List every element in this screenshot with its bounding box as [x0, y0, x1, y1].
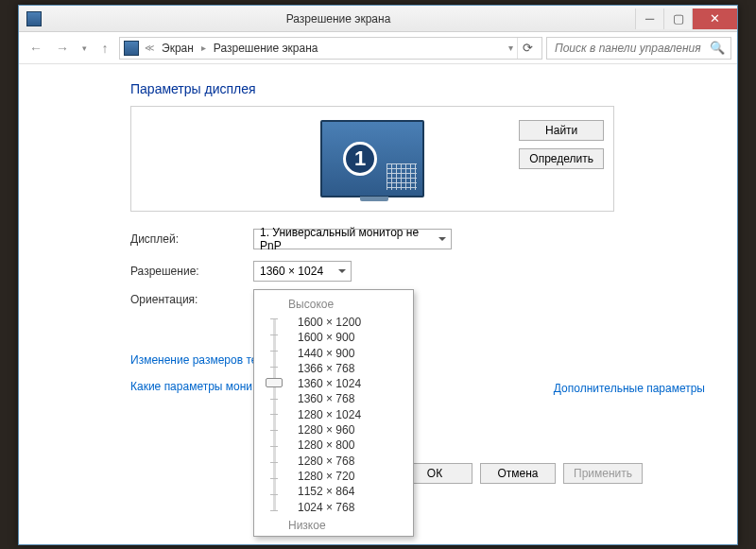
resolution-option[interactable]: 1600 × 900 — [296, 330, 405, 345]
resolution-select-value: 1360 × 1024 — [260, 265, 323, 278]
monitor-number-badge: 1 — [343, 142, 377, 176]
display-select[interactable]: 1. Универсальный монитор не PnP — [253, 229, 452, 249]
resolution-option[interactable]: 1280 × 720 — [296, 469, 405, 484]
window: Разрешение экрана ─ ▢ ✕ ← → ▾ ↑ ≪ Экран … — [18, 5, 738, 545]
resolution-option[interactable]: 1280 × 768 — [296, 454, 405, 469]
resolution-option[interactable]: 1280 × 960 — [296, 422, 405, 437]
advanced-link[interactable]: Дополнительные параметры — [554, 382, 705, 395]
up-button[interactable]: ↑ — [94, 38, 115, 59]
resolution-dropdown: Высокое 1600 × 12001600 × 9001440 × 9001 — [253, 289, 414, 537]
resolution-option[interactable]: 1360 × 768 — [296, 391, 405, 406]
resolution-option[interactable]: 1024 × 768 — [296, 500, 405, 515]
display-label: Дисплей: — [130, 232, 253, 246]
section-title: Параметры дисплея — [130, 81, 737, 96]
monitor-panel: 1 Найти Определить — [130, 106, 614, 212]
resolution-option[interactable]: 1280 × 1024 — [296, 407, 405, 422]
app-icon — [26, 11, 42, 26]
settings-form: Дисплей: 1. Универсальный монитор не PnP… — [130, 229, 737, 306]
cancel-button[interactable]: Отмена — [480, 463, 556, 484]
titlebar: Разрешение экрана ─ ▢ ✕ — [19, 6, 737, 32]
search-box: 🔍 — [546, 37, 731, 60]
breadcrumb[interactable]: ≪ Экран ▸ Разрешение экрана ▾ ⟳ — [119, 37, 542, 60]
breadcrumb-dropdown-icon[interactable]: ▾ — [507, 43, 515, 53]
resolution-slider[interactable] — [262, 315, 286, 515]
resolution-option[interactable]: 1280 × 800 — [296, 437, 405, 453]
history-dropdown-button[interactable]: ▾ — [77, 37, 91, 60]
resolution-option[interactable]: 1440 × 900 — [296, 346, 405, 361]
display-select-value: 1. Универсальный монитор не PnP — [260, 226, 434, 252]
minimize-button[interactable]: ─ — [635, 9, 663, 29]
dropdown-low-label: Низкое — [288, 519, 405, 532]
resolution-option[interactable]: 1152 × 864 — [296, 484, 405, 499]
resolution-option[interactable]: 1366 × 768 — [296, 361, 405, 376]
monitor-preview[interactable]: 1 — [320, 120, 424, 197]
resolution-options: 1600 × 12001600 × 9001440 × 9001366 × 76… — [296, 315, 405, 515]
resize-link[interactable]: Изменение размеров те — [130, 353, 737, 367]
search-icon[interactable]: 🔍 — [710, 41, 725, 55]
back-button[interactable]: ← — [25, 37, 47, 60]
resolution-option[interactable]: 1600 × 1200 — [296, 315, 405, 330]
window-title: Разрешение экрана — [42, 12, 635, 26]
apply-button[interactable]: Применить — [563, 463, 643, 484]
forward-button[interactable]: → — [51, 37, 74, 60]
search-input[interactable] — [553, 41, 710, 56]
resolution-label: Разрешение: — [130, 265, 253, 278]
resolution-select[interactable]: 1360 × 1024 — [253, 261, 352, 282]
orientation-label: Ориентация: — [130, 293, 253, 306]
breadcrumb-chevron-icon: ≪ — [143, 43, 156, 53]
window-controls: ─ ▢ ✕ — [635, 9, 737, 29]
navbar: ← → ▾ ↑ ≪ Экран ▸ Разрешение экрана ▾ ⟳ … — [19, 32, 737, 64]
breadcrumb-chevron-icon: ▸ — [199, 43, 208, 53]
monitor-grid-icon — [387, 163, 417, 190]
dialog-buttons: ОК Отмена Применить — [397, 463, 643, 484]
breadcrumb-item-resolution[interactable]: Разрешение экрана — [210, 40, 322, 57]
maximize-button[interactable]: ▢ — [663, 9, 692, 29]
close-button[interactable]: ✕ — [692, 9, 737, 29]
location-icon — [124, 41, 139, 56]
find-button[interactable]: Найти — [519, 120, 604, 141]
detect-button[interactable]: Определить — [519, 148, 604, 169]
breadcrumb-item-screen[interactable]: Экран — [158, 40, 198, 57]
resolution-option[interactable]: 1360 × 1024 — [296, 376, 405, 391]
refresh-button[interactable]: ⟳ — [517, 38, 538, 59]
dropdown-high-label: Высокое — [288, 298, 405, 311]
slider-thumb[interactable] — [266, 378, 283, 387]
